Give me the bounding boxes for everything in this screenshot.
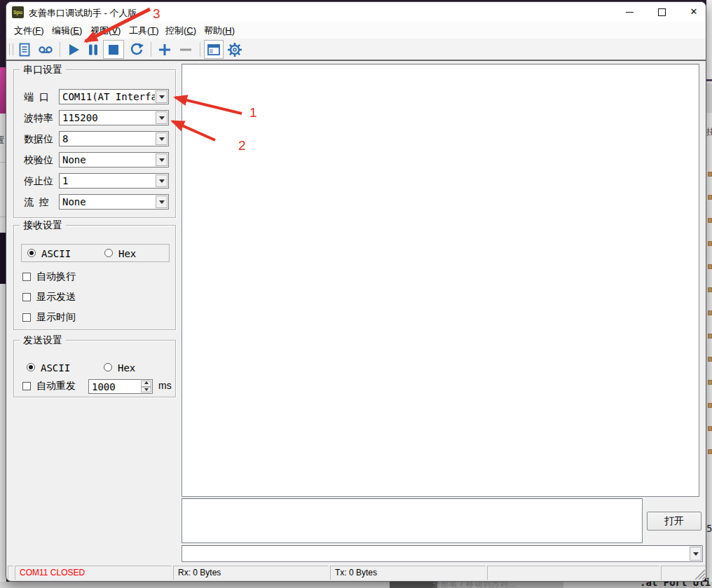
bg-file-icon (708, 241, 712, 246)
open-port-button[interactable]: 打开 (647, 512, 701, 531)
field-baud: 波特率 115200 (14, 110, 175, 125)
combo-value: COM11(AT Interfac (62, 91, 155, 102)
spin-up-button[interactable] (141, 381, 151, 387)
bg-file-icon (708, 357, 712, 362)
combo-value: None (62, 196, 155, 207)
menu-tools[interactable]: 工具(T) (125, 24, 163, 38)
field-label: 停止位 (24, 175, 53, 188)
spin-down-button[interactable] (141, 387, 151, 393)
window-title: 友善串口调试助手 - 个人版 (29, 7, 137, 20)
zoom-in-button[interactable] (155, 40, 174, 59)
show-send-checkbox[interactable] (22, 293, 31, 301)
field-label: 端 口 (24, 91, 49, 104)
receive-mode-panel: ASCII Hex (21, 244, 170, 262)
send-input-area[interactable] (182, 498, 643, 543)
dropdown-button[interactable] (156, 90, 167, 103)
dropdown-button[interactable] (156, 175, 167, 187)
bg-line (706, 79, 712, 81)
menu-bar: 文件(F) 编辑(E) 视图(V) 工具(T) 控制(C) 帮助(H) (6, 22, 706, 39)
resize-grip[interactable] (661, 566, 706, 580)
chevron-down-icon (144, 388, 149, 391)
bg-file-icon (708, 264, 712, 269)
tx-counter: Tx: 0 Bytes (330, 566, 486, 580)
menu-control[interactable]: 控制(C) (162, 24, 200, 38)
field-port: 端 口 COM11(AT Interfac (14, 89, 175, 104)
bg-partial-text: 5 (706, 523, 712, 534)
radio-hex[interactable] (104, 249, 113, 257)
status-grip (8, 566, 13, 580)
stopbits-combo[interactable]: 1 (59, 173, 169, 189)
unit-label: ms (158, 380, 172, 391)
new-file-icon (17, 42, 32, 57)
menu-view[interactable]: 视图(V) (87, 24, 124, 38)
radio-hex[interactable] (104, 363, 112, 371)
auto-newline-checkbox[interactable] (22, 273, 31, 281)
new-file-button[interactable] (15, 40, 34, 59)
pause-icon (85, 42, 101, 57)
record-button[interactable] (36, 40, 55, 59)
auto-resend-checkbox[interactable] (22, 382, 31, 390)
flowctrl-combo[interactable]: None (59, 194, 169, 210)
settings-button[interactable] (225, 40, 245, 59)
combo-value: 115200 (62, 112, 155, 123)
chevron-down-icon (159, 179, 165, 183)
show-time-checkbox[interactable] (22, 313, 31, 322)
rx-counter: Rx: 0 Bytes (173, 566, 329, 580)
radio-ascii[interactable] (27, 363, 35, 371)
minimize-button[interactable] (617, 2, 641, 22)
port-combo[interactable]: COM11(AT Interfac (59, 89, 169, 104)
dropdown-button[interactable] (156, 196, 167, 208)
radio-ascii[interactable] (27, 249, 36, 257)
play-button[interactable] (64, 40, 83, 59)
baud-combo[interactable]: 115200 (59, 110, 169, 125)
stop-button[interactable] (103, 40, 124, 59)
toolbar-separator (151, 42, 151, 57)
dropdown-button[interactable] (690, 547, 701, 561)
resend-interval-spinner[interactable]: 1000 (88, 379, 153, 394)
panel-toggle-button[interactable] (204, 40, 224, 59)
bg-file-icon (708, 195, 712, 200)
receive-display-area[interactable] (182, 64, 699, 497)
checkbox-label: 自动重发 (36, 380, 76, 392)
parity-combo[interactable]: None (59, 152, 169, 167)
dropdown-button[interactable] (156, 153, 167, 166)
menu-file[interactable]: 文件(F) (11, 24, 48, 38)
window-panel-icon (206, 42, 221, 57)
chevron-down-icon (159, 95, 165, 99)
chevron-up-icon (144, 381, 149, 384)
close-button[interactable]: ✕ (682, 2, 706, 22)
status-spare (487, 566, 659, 580)
combo-value: None (62, 154, 155, 165)
group-title: 发送设置 (20, 334, 66, 347)
record-icon (37, 42, 54, 57)
zoom-out-button[interactable] (176, 40, 196, 59)
menu-help[interactable]: 帮助(H) (200, 24, 238, 38)
port-status: COM11 CLOSED (15, 566, 172, 580)
menu-edit[interactable]: 编辑(E) (48, 24, 85, 38)
dropdown-button[interactable] (156, 111, 167, 124)
send-history-combo[interactable] (182, 545, 703, 562)
radio-label: ASCII (41, 248, 71, 259)
dropdown-button[interactable] (156, 132, 167, 145)
bg-segment (706, 83, 712, 113)
plus-icon (157, 42, 172, 57)
databits-combo[interactable]: 8 (59, 131, 169, 146)
desktop-bottom-strip (0, 582, 712, 588)
minimize-icon (626, 12, 634, 13)
group-title: 串口设置 (20, 64, 66, 76)
field-flowctrl: 流 控 None (14, 194, 175, 210)
radio-label: Hex (118, 248, 136, 259)
title-bar[interactable]: Spu 友善串口调试助手 - 个人版 ✕ (6, 2, 706, 22)
group-title: 接收设置 (20, 219, 66, 232)
maximize-button[interactable] (650, 2, 673, 22)
toolbar-grip[interactable] (9, 43, 13, 55)
field-databits: 数据位 8 (14, 131, 175, 146)
checkbox-label: 显示发送 (36, 291, 76, 303)
checkbox-label: 显示时间 (36, 311, 76, 324)
pause-button[interactable] (83, 40, 103, 59)
refresh-button[interactable] (127, 40, 146, 59)
serial-settings-group: 串口设置 端 口 COM11(AT Interfac 波特率 115200 数据… (13, 69, 176, 218)
field-label: 波特率 (24, 112, 53, 125)
field-stopbits: 停止位 1 (14, 173, 175, 189)
chevron-down-icon (159, 116, 165, 120)
